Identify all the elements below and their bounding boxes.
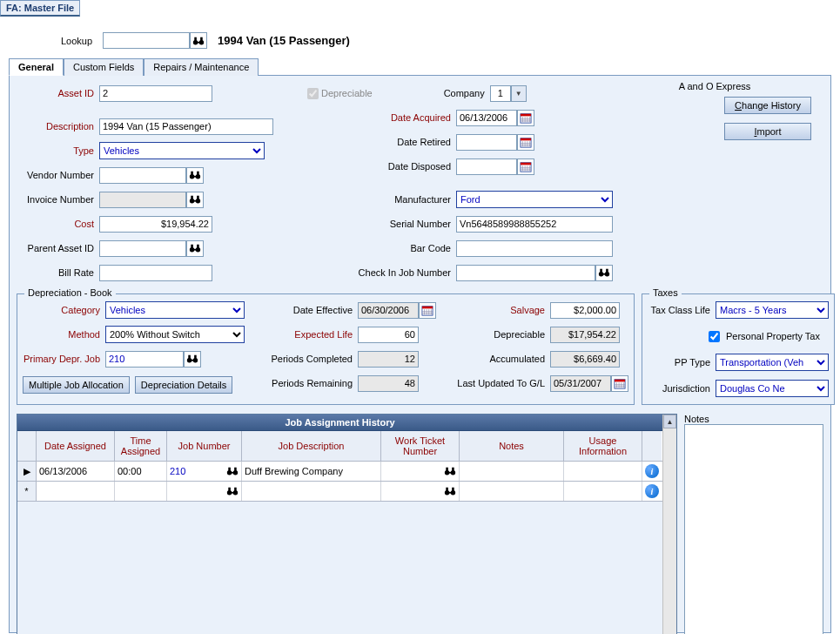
manufacturer-select[interactable]: Ford bbox=[456, 191, 613, 208]
date-retired-field[interactable] bbox=[456, 134, 517, 151]
col-time-assigned[interactable]: Time Assigned bbox=[115, 431, 167, 461]
salvage-field[interactable] bbox=[550, 302, 620, 319]
binoculars-icon bbox=[189, 194, 201, 205]
description-field[interactable] bbox=[99, 118, 273, 135]
tab-custom-fields[interactable]: Custom Fields bbox=[64, 58, 144, 76]
binoculars-icon[interactable] bbox=[226, 486, 239, 496]
tax-class-life-select[interactable]: Macrs - 5 Years bbox=[716, 301, 829, 319]
calendar-icon bbox=[614, 378, 626, 389]
vendor-lookup-button[interactable] bbox=[186, 167, 204, 184]
bill-rate-label: Bill Rate bbox=[17, 267, 99, 278]
cell-ticket[interactable] bbox=[381, 462, 460, 481]
col-notes[interactable]: Notes bbox=[460, 431, 564, 461]
accumulated-label: Accumulated bbox=[454, 354, 550, 364]
method-label: Method bbox=[23, 329, 105, 340]
change-history-button[interactable]: Change History bbox=[724, 97, 811, 114]
binoculars-icon[interactable] bbox=[226, 466, 239, 476]
cost-field[interactable] bbox=[99, 216, 212, 233]
date-disposed-calendar-button[interactable] bbox=[517, 158, 534, 175]
import-button[interactable]: Import bbox=[724, 123, 811, 140]
serial-number-field[interactable] bbox=[456, 216, 613, 233]
depreciable-checkbox bbox=[307, 88, 319, 99]
invoice-number-field[interactable] bbox=[99, 192, 186, 208]
category-select[interactable]: Vehicles bbox=[105, 301, 245, 319]
method-select[interactable]: 200% Without Switch bbox=[105, 326, 245, 343]
multiple-job-allocation-button[interactable]: Multiple Job Allocation bbox=[23, 376, 130, 394]
periods-completed-label: Periods Completed bbox=[262, 354, 358, 364]
cell-notes[interactable] bbox=[460, 462, 564, 481]
depreciable-amount-field bbox=[550, 327, 620, 343]
col-job-number[interactable]: Job Number bbox=[167, 431, 242, 461]
invoice-lookup-button[interactable] bbox=[186, 192, 204, 208]
vendor-number-field[interactable] bbox=[99, 167, 186, 184]
asset-name-display: 1994 Van (15 Passenger) bbox=[218, 34, 350, 47]
tab-repairs-maintenance[interactable]: Repairs / Maintenance bbox=[144, 58, 259, 76]
col-info bbox=[642, 431, 662, 461]
notes-label: Notes bbox=[684, 414, 823, 424]
company-field[interactable] bbox=[490, 85, 511, 102]
lookup-search-button[interactable] bbox=[190, 32, 207, 49]
type-select[interactable]: Vehicles bbox=[99, 142, 265, 159]
tab-general[interactable]: General bbox=[9, 58, 64, 76]
pp-type-select[interactable]: Transportation (Veh bbox=[716, 354, 829, 371]
grid-corner bbox=[17, 431, 37, 461]
check-in-job-lookup-button[interactable] bbox=[595, 265, 613, 281]
category-label: Category bbox=[23, 305, 105, 315]
info-icon[interactable]: i bbox=[645, 484, 659, 498]
bill-rate-field[interactable] bbox=[99, 265, 212, 281]
primary-job-lookup-button[interactable] bbox=[184, 351, 201, 368]
cell-desc[interactable]: Duff Brewing Company bbox=[242, 462, 381, 481]
col-usage[interactable]: Usage Information bbox=[564, 431, 642, 461]
window-title: FA: Master File bbox=[0, 0, 80, 17]
check-in-job-field[interactable] bbox=[456, 265, 595, 281]
info-icon[interactable]: i bbox=[645, 464, 659, 478]
company-dropdown-button[interactable]: ▼ bbox=[511, 85, 527, 102]
primary-job-field[interactable] bbox=[105, 351, 184, 368]
date-acquired-field[interactable] bbox=[456, 110, 517, 126]
date-acquired-calendar-button[interactable] bbox=[517, 110, 534, 126]
col-work-ticket[interactable]: Work Ticket Number bbox=[381, 431, 460, 461]
bar-code-field[interactable] bbox=[456, 240, 613, 257]
last-updated-calendar-button[interactable] bbox=[611, 375, 628, 392]
parent-asset-field[interactable] bbox=[99, 240, 186, 257]
date-retired-calendar-button[interactable] bbox=[517, 134, 534, 151]
cost-label: Cost bbox=[17, 219, 99, 229]
history-header: Job Assignment History bbox=[17, 415, 662, 431]
primary-job-label: Primary Depr. Job bbox=[23, 354, 105, 364]
binoculars-icon bbox=[189, 170, 201, 180]
table-row[interactable]: ▶ 06/13/2006 00:00 210 Duff Brewing Comp… bbox=[17, 462, 662, 482]
binoculars-icon[interactable] bbox=[444, 486, 456, 496]
table-new-row[interactable]: * i bbox=[17, 482, 662, 502]
cell-job[interactable]: 210 bbox=[167, 462, 242, 481]
cell-info[interactable]: i bbox=[642, 462, 662, 481]
manufacturer-label: Manufacturer bbox=[304, 194, 456, 205]
grid-scrollbar[interactable]: ▲ bbox=[662, 415, 676, 634]
jurisdiction-select[interactable]: Douglas Co Ne bbox=[716, 380, 829, 397]
jurisdiction-label: Jurisdiction bbox=[648, 383, 716, 394]
expected-life-field[interactable] bbox=[358, 327, 419, 343]
parent-asset-label: Parent Asset ID bbox=[17, 243, 99, 253]
parent-asset-lookup-button[interactable] bbox=[186, 240, 204, 257]
lookup-input[interactable] bbox=[103, 32, 190, 49]
date-disposed-label: Date Disposed bbox=[304, 161, 456, 172]
asset-id-field[interactable] bbox=[99, 85, 212, 102]
date-effective-calendar-button[interactable] bbox=[419, 302, 436, 319]
depreciable-label: Depreciable bbox=[321, 88, 373, 98]
last-updated-field bbox=[550, 375, 611, 392]
depreciation-details-button[interactable]: Depreciation Details bbox=[135, 376, 232, 394]
col-date-assigned[interactable]: Date Assigned bbox=[37, 431, 115, 461]
cell-time[interactable]: 00:00 bbox=[115, 462, 167, 481]
date-disposed-field[interactable] bbox=[456, 158, 517, 175]
cell-date[interactable]: 06/13/2006 bbox=[37, 462, 115, 481]
date-effective-field[interactable] bbox=[358, 302, 419, 319]
job-assignment-history-grid[interactable]: Job Assignment History Date Assigned Tim… bbox=[17, 414, 677, 634]
row-new-indicator[interactable]: * bbox=[17, 482, 37, 501]
cell-usage[interactable] bbox=[564, 462, 642, 481]
row-selector[interactable]: ▶ bbox=[17, 462, 37, 481]
notes-textarea[interactable] bbox=[684, 424, 823, 634]
scroll-up-button[interactable]: ▲ bbox=[663, 415, 676, 428]
col-job-description[interactable]: Job Description bbox=[242, 431, 381, 461]
calendar-icon bbox=[520, 112, 532, 124]
personal-property-tax-checkbox[interactable] bbox=[709, 331, 720, 342]
binoculars-icon[interactable] bbox=[444, 466, 456, 476]
